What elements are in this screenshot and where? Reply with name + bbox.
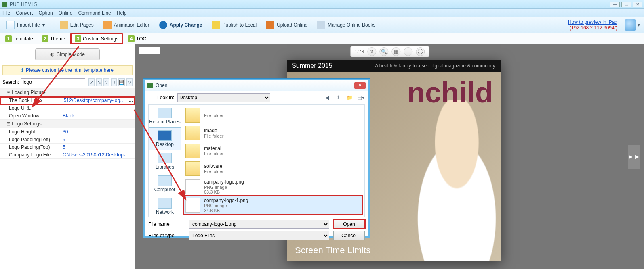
menu-commandline[interactable]: Command Line [78,10,111,16]
animation-editor-button[interactable]: Animation Editor [99,19,154,31]
cover-tagline: A health & family focused digital magazi… [375,63,496,69]
menu-file[interactable]: File [2,10,10,16]
expand-icon[interactable]: ⤢ [88,78,95,86]
prop-open-window[interactable]: Open Window Blank [0,112,135,120]
import-settings-icon[interactable]: ⇧ [103,78,109,86]
share-icon[interactable]: ⇪ [367,47,376,56]
folder-item[interactable]: materialFile folder [184,142,362,160]
back-icon[interactable]: ◀ [323,94,331,102]
window-titlebar: PUB HTML5 — ▭ ✕ [0,0,644,9]
tab-template[interactable]: 1Template [2,34,37,44]
customize-template-label: Please customize the html template here [26,67,114,73]
menu-help[interactable]: Help [117,10,127,16]
menu-convert[interactable]: Convert [16,10,33,16]
dialog-close-button[interactable]: ✕ [354,82,366,89]
export-settings-icon[interactable]: ⇩ [111,78,117,86]
tab-theme-label: Theme [50,36,65,42]
dialog-title: Open [156,83,167,88]
property-tree: ⊟ Loading Picture The Book Logo i512\Des… [0,88,135,159]
filename-input[interactable]: company-logo-1.png [189,220,329,229]
dialog-icon [147,83,153,88]
import-icon [6,21,15,29]
prop-logo-padding-top[interactable]: Logo Padding(Top)5 [0,144,135,151]
publish-local-button[interactable]: Publish to Local [208,19,261,31]
publish-icon [212,21,220,29]
user-avatar[interactable] [625,19,636,31]
upload-online-button[interactable]: Upload Online [262,19,311,31]
thumbnails-icon[interactable]: ▦ [391,47,400,56]
places-bar: Recent Places Desktop Libraries Computer… [148,104,181,217]
filename-label: File name: [148,221,185,227]
minimize-button[interactable]: — [610,2,620,7]
prop-book-logo[interactable]: The Book Logo i512\Desktop\company-logo-… [0,97,135,104]
place-desktop[interactable]: Desktop [149,127,181,150]
folder-item[interactable]: File folder [184,106,362,124]
dialog-titlebar[interactable]: Open ✕ [145,80,368,91]
place-libraries[interactable]: Libraries [149,150,181,173]
new-folder-icon[interactable]: 📁 [345,94,354,102]
file-list[interactable]: File folder imageFile folder materialFil… [181,104,365,217]
prop-book-logo-key: The Book Logo [0,97,61,104]
maximize-button[interactable]: ▭ [621,2,631,7]
tab-toc[interactable]: 4TOC [124,34,150,44]
tab-custom-settings[interactable]: 3Custom Settings [70,33,123,44]
collapse-icon[interactable]: ⤡ [96,78,102,86]
server-ip: (192.168.2.112:9094/) [568,25,617,31]
avatar-caret-icon[interactable]: ▾ [638,22,640,28]
up-icon[interactable]: ⤴ [334,94,342,102]
browse-logo-button[interactable]: … [128,97,134,104]
search-label: Search: [2,79,19,85]
tab-theme[interactable]: 2Theme [38,34,69,44]
close-button[interactable]: ✕ [633,2,642,7]
file-item[interactable]: campany-logo.pngPNG image63.3 KB [184,177,362,196]
prop-book-logo-value[interactable]: i512\Desktop\company-logo-1.png [61,97,128,104]
view-menu-icon[interactable]: ▤▾ [357,94,365,102]
tab-template-label: Template [13,36,33,42]
preview-ipad-link[interactable]: How to preview in iPad [568,19,617,25]
group-logo-settings[interactable]: ⊟ Logo Settings [0,120,135,128]
window-controls: — ▭ ✕ [610,2,642,7]
folder-item[interactable]: imageFile folder [184,124,362,142]
menu-online[interactable]: Online [59,10,73,16]
open-button[interactable]: Open [333,220,365,229]
filetype-select[interactable]: Logo Files [189,231,329,240]
next-page-button[interactable]: ►► [628,145,640,169]
edit-icon [60,21,68,29]
customize-template-info[interactable]: ℹ Please customize the html template her… [2,65,133,75]
zoom-in-icon[interactable]: ＋ [404,47,412,56]
prop-logo-height[interactable]: Logo Height30 [0,128,135,136]
prop-company-logo-file[interactable]: Company Logo FileC:\Users\20150512\Deskt… [0,151,135,159]
group-loading-picture[interactable]: ⊟ Loading Picture [0,88,135,97]
simple-mode-label: Simple Mode [57,52,85,57]
dialog-bottom: File name: company-logo-1.png Open Files… [148,220,365,240]
place-network[interactable]: Network [149,195,181,218]
search-input[interactable] [21,78,85,86]
fullscreen-icon[interactable]: ⛶ [416,47,425,56]
edit-pages-button[interactable]: Edit Pages [56,19,98,31]
apply-change-button[interactable]: Apply Change [155,19,206,31]
place-computer[interactable]: Computer [149,173,181,195]
search-icon[interactable]: 🔍 [379,47,388,56]
file-item-selected[interactable]: company-logo-1.pngPNG image34.6 KB [184,196,362,215]
folder-item[interactable]: softwareFile folder [184,160,362,177]
toolbar-right: How to preview in iPad (192.168.2.112:90… [568,19,621,31]
prop-logo-url-value[interactable] [61,104,135,112]
manage-books-label: Manage Online Books [328,22,375,28]
import-file-button[interactable]: Import File ▾ [2,19,49,31]
cancel-button[interactable]: Cancel [333,231,365,240]
simple-mode-button[interactable]: ◐ Simple Mode [35,48,100,60]
prop-logo-padding-left[interactable]: Logo Padding(Left)5 [0,136,135,144]
prop-open-window-value[interactable]: Blank [61,112,135,119]
settings-panel: ◐ Simple Mode ℹ Please customize the htm… [0,44,135,269]
lookin-select[interactable]: Desktop [177,93,270,102]
save-icon[interactable]: 💾 [118,78,125,86]
filetype-label: Files of type: [148,233,185,238]
place-recent[interactable]: Recent Places [149,105,181,127]
menu-option[interactable]: Option [38,10,53,16]
prop-open-window-key: Open Window [0,112,61,119]
reset-icon[interactable]: ↺ [126,78,133,86]
lookin-row: Look in: Desktop ◀ ⤴ 📁 ▤▾ [148,93,365,102]
manage-books-button[interactable]: Manage Online Books [313,19,379,31]
prop-logo-url[interactable]: Logo URL [0,104,135,112]
manage-icon [317,21,325,29]
